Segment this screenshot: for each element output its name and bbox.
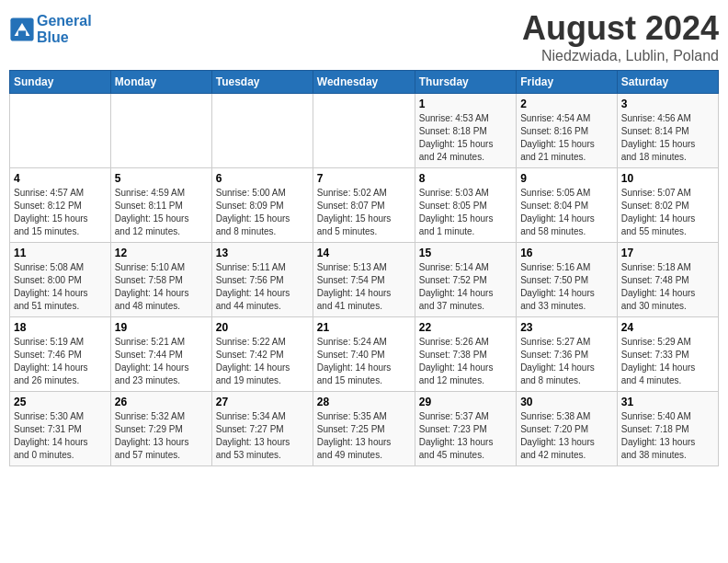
calendar-cell: 31Sunrise: 5:40 AM Sunset: 7:18 PM Dayli… xyxy=(617,392,718,466)
day-info: Sunrise: 4:56 AM Sunset: 8:14 PM Dayligh… xyxy=(621,112,714,164)
calendar-cell: 17Sunrise: 5:18 AM Sunset: 7:48 PM Dayli… xyxy=(617,243,718,317)
day-info: Sunrise: 4:53 AM Sunset: 8:18 PM Dayligh… xyxy=(419,112,512,164)
header-day: Thursday xyxy=(415,71,516,94)
day-number: 25 xyxy=(14,396,107,408)
calendar-cell: 9Sunrise: 5:05 AM Sunset: 8:04 PM Daylig… xyxy=(517,168,618,243)
day-number: 10 xyxy=(621,172,714,185)
day-info: Sunrise: 5:38 AM Sunset: 7:20 PM Dayligh… xyxy=(520,410,613,462)
calendar-cell: 29Sunrise: 5:37 AM Sunset: 7:23 PM Dayli… xyxy=(415,392,516,466)
day-number: 9 xyxy=(520,172,613,185)
day-info: Sunrise: 5:35 AM Sunset: 7:25 PM Dayligh… xyxy=(317,410,411,462)
day-number: 6 xyxy=(216,172,309,185)
day-number: 8 xyxy=(419,172,512,185)
day-number: 1 xyxy=(419,98,512,110)
day-info: Sunrise: 5:11 AM Sunset: 7:56 PM Dayligh… xyxy=(216,261,309,313)
day-number: 13 xyxy=(216,247,309,259)
day-info: Sunrise: 5:02 AM Sunset: 8:07 PM Dayligh… xyxy=(317,187,411,238)
calendar-cell: 2Sunrise: 4:54 AM Sunset: 8:16 PM Daylig… xyxy=(517,94,618,168)
header-day: Sunday xyxy=(10,71,111,94)
day-number: 23 xyxy=(520,321,613,334)
calendar-cell: 20Sunrise: 5:22 AM Sunset: 7:42 PM Dayli… xyxy=(211,317,313,392)
day-info: Sunrise: 5:30 AM Sunset: 7:31 PM Dayligh… xyxy=(14,410,107,462)
day-number: 26 xyxy=(115,396,208,408)
day-number: 2 xyxy=(520,98,613,110)
day-info: Sunrise: 5:27 AM Sunset: 7:36 PM Dayligh… xyxy=(520,336,613,387)
calendar-cell: 25Sunrise: 5:30 AM Sunset: 7:31 PM Dayli… xyxy=(10,392,111,466)
calendar-cell: 22Sunrise: 5:26 AM Sunset: 7:38 PM Dayli… xyxy=(415,317,516,392)
calendar-cell: 6Sunrise: 5:00 AM Sunset: 8:09 PM Daylig… xyxy=(211,168,313,243)
calendar-cell: 1Sunrise: 4:53 AM Sunset: 8:18 PM Daylig… xyxy=(415,94,516,168)
day-info: Sunrise: 5:05 AM Sunset: 8:04 PM Dayligh… xyxy=(520,187,613,238)
main-title: August 2024 xyxy=(522,9,719,48)
calendar-cell: 7Sunrise: 5:02 AM Sunset: 8:07 PM Daylig… xyxy=(313,168,415,243)
calendar-cell: 14Sunrise: 5:13 AM Sunset: 7:54 PM Dayli… xyxy=(313,243,415,317)
header-day: Saturday xyxy=(617,71,718,94)
day-info: Sunrise: 5:14 AM Sunset: 7:52 PM Dayligh… xyxy=(419,261,512,313)
day-info: Sunrise: 5:18 AM Sunset: 7:48 PM Dayligh… xyxy=(621,261,714,313)
day-number: 27 xyxy=(216,396,309,408)
day-number: 16 xyxy=(520,247,613,259)
day-number: 28 xyxy=(317,396,411,408)
calendar-cell xyxy=(10,94,111,168)
calendar-week-row: 11Sunrise: 5:08 AM Sunset: 8:00 PM Dayli… xyxy=(10,243,719,317)
day-number: 24 xyxy=(621,321,714,334)
calendar-cell: 8Sunrise: 5:03 AM Sunset: 8:05 PM Daylig… xyxy=(415,168,516,243)
calendar-cell: 5Sunrise: 4:59 AM Sunset: 8:11 PM Daylig… xyxy=(110,168,211,243)
day-number: 18 xyxy=(14,321,107,334)
logo: General Blue xyxy=(9,13,92,45)
calendar-cell xyxy=(211,94,313,168)
day-info: Sunrise: 5:40 AM Sunset: 7:18 PM Dayligh… xyxy=(621,410,714,462)
day-info: Sunrise: 5:29 AM Sunset: 7:33 PM Dayligh… xyxy=(621,336,714,387)
calendar-cell: 10Sunrise: 5:07 AM Sunset: 8:02 PM Dayli… xyxy=(617,168,718,243)
day-info: Sunrise: 5:13 AM Sunset: 7:54 PM Dayligh… xyxy=(317,261,411,313)
calendar-week-row: 4Sunrise: 4:57 AM Sunset: 8:12 PM Daylig… xyxy=(10,168,719,243)
day-info: Sunrise: 5:26 AM Sunset: 7:38 PM Dayligh… xyxy=(419,336,512,387)
day-number: 19 xyxy=(115,321,208,334)
day-number: 4 xyxy=(14,172,107,185)
day-info: Sunrise: 4:59 AM Sunset: 8:11 PM Dayligh… xyxy=(115,187,208,238)
calendar-cell xyxy=(110,94,211,168)
calendar-cell: 27Sunrise: 5:34 AM Sunset: 7:27 PM Dayli… xyxy=(211,392,313,466)
day-number: 3 xyxy=(621,98,714,110)
calendar-cell: 28Sunrise: 5:35 AM Sunset: 7:25 PM Dayli… xyxy=(313,392,415,466)
calendar-cell: 11Sunrise: 5:08 AM Sunset: 8:00 PM Dayli… xyxy=(10,243,111,317)
day-number: 22 xyxy=(419,321,512,334)
day-number: 5 xyxy=(115,172,208,185)
day-info: Sunrise: 5:16 AM Sunset: 7:50 PM Dayligh… xyxy=(520,261,613,313)
day-info: Sunrise: 5:08 AM Sunset: 8:00 PM Dayligh… xyxy=(14,261,107,313)
day-info: Sunrise: 4:57 AM Sunset: 8:12 PM Dayligh… xyxy=(14,187,107,238)
calendar-cell: 13Sunrise: 5:11 AM Sunset: 7:56 PM Dayli… xyxy=(211,243,313,317)
calendar-cell: 15Sunrise: 5:14 AM Sunset: 7:52 PM Dayli… xyxy=(415,243,516,317)
calendar-week-row: 18Sunrise: 5:19 AM Sunset: 7:46 PM Dayli… xyxy=(10,317,719,392)
day-number: 17 xyxy=(621,247,714,259)
title-area: August 2024 Niedzwiada, Lublin, Poland xyxy=(522,9,719,64)
day-info: Sunrise: 5:21 AM Sunset: 7:44 PM Dayligh… xyxy=(115,336,208,387)
header-day: Wednesday xyxy=(313,71,415,94)
day-info: Sunrise: 4:54 AM Sunset: 8:16 PM Dayligh… xyxy=(520,112,613,164)
calendar-cell: 21Sunrise: 5:24 AM Sunset: 7:40 PM Dayli… xyxy=(313,317,415,392)
calendar-table: SundayMondayTuesdayWednesdayThursdayFrid… xyxy=(9,70,719,466)
day-number: 30 xyxy=(520,396,613,408)
day-number: 29 xyxy=(419,396,512,408)
day-number: 31 xyxy=(621,396,714,408)
day-info: Sunrise: 5:07 AM Sunset: 8:02 PM Dayligh… xyxy=(621,187,714,238)
logo-line2: Blue xyxy=(37,29,92,46)
day-number: 12 xyxy=(115,247,208,259)
logo-line1: General xyxy=(37,13,92,29)
day-info: Sunrise: 5:34 AM Sunset: 7:27 PM Dayligh… xyxy=(216,410,309,462)
header-row: SundayMondayTuesdayWednesdayThursdayFrid… xyxy=(10,71,719,94)
day-info: Sunrise: 5:22 AM Sunset: 7:42 PM Dayligh… xyxy=(216,336,309,387)
header-day: Tuesday xyxy=(211,71,313,94)
day-number: 20 xyxy=(216,321,309,334)
calendar-week-row: 1Sunrise: 4:53 AM Sunset: 8:18 PM Daylig… xyxy=(10,94,719,168)
subtitle: Niedzwiada, Lublin, Poland xyxy=(522,48,719,64)
day-info: Sunrise: 5:19 AM Sunset: 7:46 PM Dayligh… xyxy=(14,336,107,387)
day-number: 7 xyxy=(317,172,411,185)
svg-rect-2 xyxy=(18,30,26,36)
day-number: 15 xyxy=(419,247,512,259)
day-info: Sunrise: 5:00 AM Sunset: 8:09 PM Dayligh… xyxy=(216,187,309,238)
day-number: 11 xyxy=(14,247,107,259)
day-info: Sunrise: 5:03 AM Sunset: 8:05 PM Dayligh… xyxy=(419,187,512,238)
page-header: General Blue August 2024 Niedzwiada, Lub… xyxy=(9,9,719,64)
calendar-week-row: 25Sunrise: 5:30 AM Sunset: 7:31 PM Dayli… xyxy=(10,392,719,466)
